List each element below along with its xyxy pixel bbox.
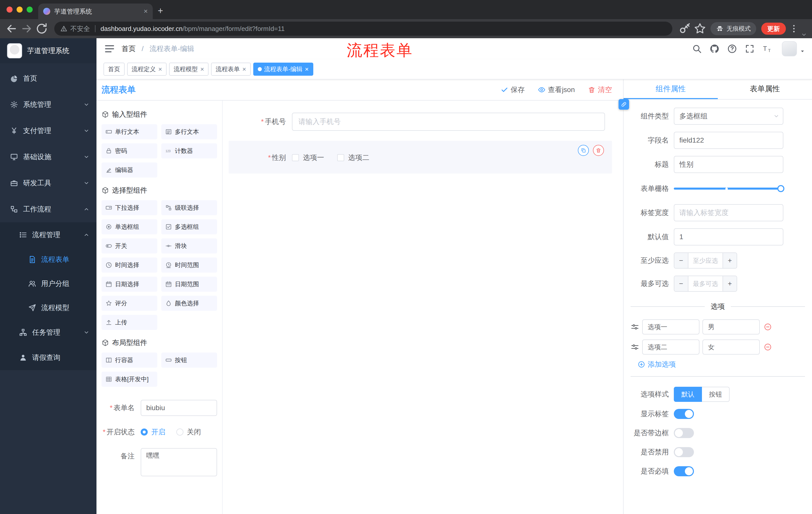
tag-close-icon[interactable]: × bbox=[305, 66, 309, 73]
style-button-button[interactable]: 按钮 bbox=[702, 387, 730, 402]
tag-view-4[interactable]: 流程表单-编辑× bbox=[253, 63, 313, 76]
sidebar-item-3[interactable]: 基础设施 bbox=[0, 144, 96, 170]
reload-icon[interactable] bbox=[35, 22, 48, 35]
forward-icon[interactable] bbox=[20, 22, 33, 35]
label-width-input[interactable] bbox=[674, 204, 783, 221]
tag-close-icon[interactable]: × bbox=[158, 66, 162, 73]
checkbox-option-2[interactable]: 选项二 bbox=[337, 153, 369, 162]
github-icon[interactable] bbox=[709, 44, 720, 54]
field-gender-selected[interactable]: *性别 选项一 选项二 bbox=[229, 141, 612, 173]
drag-handle-icon[interactable] bbox=[631, 343, 639, 351]
sidebar-item-7[interactable]: 流程表单 bbox=[0, 247, 96, 272]
tab-close-icon[interactable]: × bbox=[144, 8, 148, 15]
delete-field-button[interactable] bbox=[593, 145, 604, 156]
toggle-3[interactable] bbox=[674, 466, 694, 476]
component-chip-1-1[interactable]: 级联选择 bbox=[161, 200, 217, 215]
minus-button[interactable]: − bbox=[674, 253, 688, 268]
minus-button[interactable]: − bbox=[674, 276, 688, 291]
chevron-down-icon[interactable] bbox=[801, 32, 807, 38]
component-chip-1-10[interactable]: 评分 bbox=[102, 296, 157, 311]
app-logo-row[interactable]: 芋道管理系统 bbox=[0, 38, 96, 63]
component-chip-0-1[interactable]: 多行文本 bbox=[161, 124, 217, 139]
sidebar-item-6[interactable]: 流程管理 bbox=[0, 222, 96, 247]
style-default-button[interactable]: 默认 bbox=[674, 387, 702, 402]
sidebar-item-9[interactable]: 流程模型 bbox=[0, 296, 96, 320]
sidebar-item-1[interactable]: 系统管理 bbox=[0, 91, 96, 118]
sidebar-item-10[interactable]: 任务管理 bbox=[0, 320, 96, 345]
component-chip-2-2[interactable]: 表格[开发中] bbox=[102, 372, 157, 387]
add-option-button[interactable]: 添加选项 bbox=[638, 360, 805, 369]
toggle-2[interactable] bbox=[674, 447, 694, 457]
component-type-select[interactable]: 多选框组 bbox=[674, 108, 783, 125]
address-bar[interactable]: 不安全 dashboard.yudao.iocoder.cn/bpm/manag… bbox=[54, 22, 672, 36]
save-button[interactable]: 保存 bbox=[501, 85, 525, 94]
breadcrumb-home[interactable]: 首页 bbox=[122, 45, 136, 53]
back-icon[interactable] bbox=[5, 22, 18, 35]
remark-textarea[interactable]: 嘿嘿 bbox=[141, 448, 217, 476]
plus-button[interactable]: + bbox=[723, 253, 736, 268]
clear-button[interactable]: 清空 bbox=[588, 85, 612, 94]
default-value-input[interactable] bbox=[674, 228, 783, 245]
sidebar-item-4[interactable]: 研发工具 bbox=[0, 170, 96, 196]
component-chip-0-3[interactable]: 123计数器 bbox=[161, 143, 217, 158]
tag-view-2[interactable]: 流程模型× bbox=[169, 63, 208, 76]
toggle-0[interactable] bbox=[674, 409, 694, 419]
new-tab-button[interactable]: + bbox=[158, 5, 163, 16]
remove-option-icon[interactable] bbox=[764, 323, 772, 331]
drag-handle-icon[interactable] bbox=[631, 323, 639, 331]
update-button[interactable]: 更新 bbox=[761, 23, 786, 35]
radio-off[interactable]: 关闭 bbox=[176, 427, 201, 437]
plus-button[interactable]: + bbox=[723, 276, 736, 291]
component-chip-2-0[interactable]: 行容器 bbox=[102, 353, 157, 368]
zoom-window-button[interactable] bbox=[27, 6, 33, 12]
sidebar-item-11[interactable]: 请假查询 bbox=[0, 345, 96, 370]
phone-input[interactable] bbox=[292, 113, 605, 131]
field-phone[interactable]: *手机号 bbox=[229, 108, 612, 136]
close-window-button[interactable] bbox=[6, 6, 12, 12]
component-chip-1-11[interactable]: 颜色选择 bbox=[161, 296, 217, 311]
browser-menu-icon[interactable] bbox=[789, 22, 799, 35]
component-chip-1-7[interactable]: 时间范围 bbox=[161, 258, 217, 273]
option-label-input[interactable] bbox=[642, 319, 699, 334]
tab-form-props[interactable]: 表单属性 bbox=[718, 79, 812, 99]
user-menu[interactable] bbox=[782, 41, 805, 56]
tag-close-icon[interactable]: × bbox=[242, 66, 246, 73]
toggle-1[interactable] bbox=[674, 428, 694, 438]
bookmark-star-icon[interactable] bbox=[693, 22, 706, 35]
slider-handle[interactable] bbox=[777, 185, 784, 192]
component-chip-1-0[interactable]: 下拉选择 bbox=[102, 200, 157, 215]
option-value-input[interactable] bbox=[702, 340, 760, 355]
hamburger-icon[interactable] bbox=[104, 43, 116, 55]
component-chip-1-2[interactable]: 单选框组 bbox=[102, 219, 157, 234]
help-icon[interactable] bbox=[727, 44, 737, 54]
tab-component-props[interactable]: 组件属性 bbox=[624, 79, 718, 99]
copy-field-button[interactable] bbox=[578, 145, 589, 156]
tag-close-icon[interactable]: × bbox=[200, 66, 204, 73]
form-name-input[interactable] bbox=[141, 400, 217, 416]
search-icon[interactable] bbox=[692, 44, 702, 54]
link-button[interactable] bbox=[618, 99, 629, 110]
component-chip-1-6[interactable]: 时间选择 bbox=[102, 258, 157, 273]
component-chip-0-4[interactable]: 编辑器 bbox=[102, 162, 157, 178]
password-key-icon[interactable] bbox=[678, 22, 691, 35]
component-chip-0-2[interactable]: 密码 bbox=[102, 143, 157, 158]
component-chip-1-4[interactable]: 开关 bbox=[102, 238, 157, 253]
option-value-input[interactable] bbox=[702, 319, 760, 334]
browser-tab[interactable]: 芋道管理系统 × bbox=[38, 3, 153, 19]
sidebar-item-5[interactable]: 工作流程 bbox=[0, 196, 96, 222]
component-chip-2-1[interactable]: 按钮 bbox=[161, 353, 217, 368]
option-label-input[interactable] bbox=[642, 340, 699, 355]
checkbox-option-1[interactable]: 选项一 bbox=[292, 153, 324, 162]
component-chip-1-8[interactable]: 日期选择 bbox=[102, 277, 157, 292]
component-chip-1-9[interactable]: 日期范围 bbox=[161, 277, 217, 292]
form-canvas[interactable]: *手机号 *性别 选项一 bbox=[223, 101, 623, 514]
tag-view-3[interactable]: 流程表单× bbox=[211, 63, 251, 76]
component-chip-1-5[interactable]: 滑块 bbox=[161, 238, 217, 253]
minimize-window-button[interactable] bbox=[17, 6, 23, 12]
view-json-button[interactable]: 查看json bbox=[538, 85, 575, 94]
remove-option-icon[interactable] bbox=[764, 343, 772, 351]
sidebar-item-2[interactable]: 支付管理 bbox=[0, 118, 96, 144]
field-name-input[interactable] bbox=[674, 132, 783, 149]
title-input[interactable] bbox=[674, 156, 783, 173]
font-size-icon[interactable]: TT bbox=[762, 44, 772, 54]
